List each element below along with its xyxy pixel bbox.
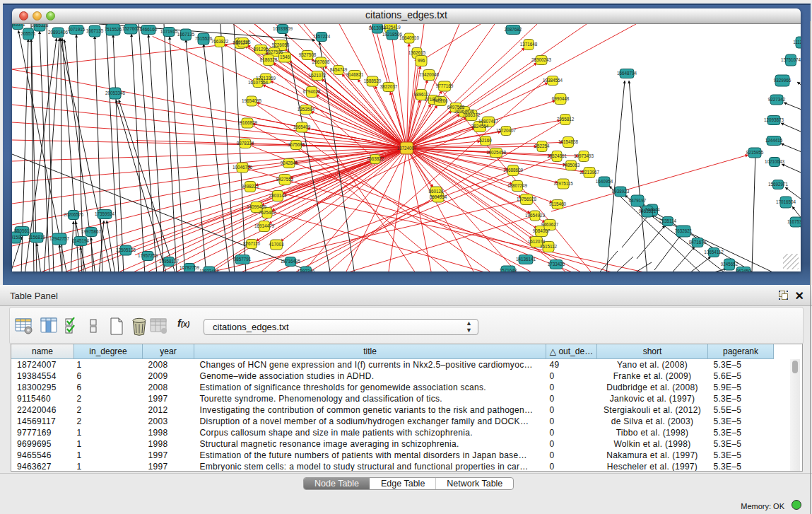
svg-text:16107554: 16107554 (248, 80, 269, 85)
svg-text:5226058: 5226058 (272, 42, 290, 47)
svg-text:16154838: 16154838 (558, 139, 579, 144)
svg-text:8613054: 8613054 (369, 25, 387, 30)
svg-text:7485063: 7485063 (563, 163, 580, 168)
svg-text:8938923: 8938923 (612, 189, 630, 194)
svg-text:7663822: 7663822 (211, 39, 229, 44)
svg-text:18724007: 18724007 (396, 146, 417, 151)
svg-text:10210643: 10210643 (765, 159, 785, 164)
svg-text:19756928: 19756928 (517, 197, 537, 201)
svg-text:16640910: 16640910 (399, 35, 420, 40)
svg-text:1353594: 1353594 (298, 107, 315, 112)
svg-text:19166829: 19166829 (237, 120, 258, 125)
svg-text:12975115: 12975115 (553, 181, 573, 186)
svg-text:8427552: 8427552 (276, 177, 294, 182)
svg-text:16914479: 16914479 (254, 223, 275, 228)
svg-text:1571648: 1571648 (500, 268, 517, 271)
svg-text:12505135: 12505135 (116, 247, 136, 252)
svg-text:417003: 417003 (269, 242, 284, 247)
svg-text:6479197: 6479197 (629, 198, 647, 203)
svg-text:3675685: 3675685 (288, 142, 305, 147)
svg-text:860124: 860124 (428, 189, 444, 194)
svg-text:10973493: 10973493 (574, 153, 594, 158)
svg-text:9498222: 9498222 (242, 184, 259, 189)
svg-text:20891406: 20891406 (48, 30, 69, 35)
svg-text:19654095: 19654095 (242, 98, 262, 103)
svg-text:23420046: 23420046 (419, 72, 440, 77)
svg-text:7515526: 7515526 (195, 36, 213, 41)
svg-text:8878334: 8878334 (237, 141, 254, 146)
svg-text:7663822: 7663822 (367, 156, 384, 161)
svg-text:9245652: 9245652 (721, 262, 739, 267)
svg-text:7515526: 7515526 (105, 27, 122, 32)
svg-text:15751074: 15751074 (781, 57, 801, 62)
svg-text:8471676: 8471676 (689, 240, 707, 245)
svg-text:8454749: 8454749 (330, 67, 348, 72)
svg-text:1071915: 1071915 (160, 29, 178, 34)
svg-text:28300243: 28300243 (531, 57, 552, 62)
svg-text:14099489: 14099489 (247, 204, 267, 209)
svg-text:1667135: 1667135 (86, 28, 104, 33)
svg-text:16782759: 16782759 (180, 265, 200, 270)
svg-text:2967608: 2967608 (312, 59, 330, 64)
svg-text:8604954: 8604954 (430, 194, 447, 199)
svg-text:14136141: 14136141 (516, 257, 536, 262)
svg-text:9084067: 9084067 (533, 228, 551, 233)
svg-text:746266: 746266 (433, 98, 448, 103)
svg-text:16648794: 16648794 (617, 71, 637, 76)
svg-text:1612074: 1612074 (528, 239, 546, 244)
svg-text:1112541: 1112541 (793, 40, 801, 45)
svg-text:62160: 62160 (479, 138, 492, 143)
svg-text:9463521: 9463521 (639, 209, 657, 214)
svg-text:6990448: 6990448 (552, 96, 570, 101)
svg-text:17359924: 17359924 (95, 211, 115, 216)
svg-text:12213967: 12213967 (579, 170, 600, 175)
svg-text:12942757: 12942757 (49, 236, 70, 241)
svg-text:252254: 252254 (534, 144, 550, 148)
svg-text:1292346: 1292346 (298, 269, 315, 271)
svg-text:1615112: 1615112 (540, 244, 558, 249)
svg-text:19654923: 19654923 (525, 213, 546, 218)
svg-text:20206576: 20206576 (64, 212, 84, 217)
svg-text:9146821: 9146821 (346, 72, 364, 77)
svg-text:9777169: 9777169 (436, 83, 454, 88)
svg-text:16033809: 16033809 (273, 26, 293, 31)
svg-text:17016504: 17016504 (776, 199, 796, 204)
svg-text:10046756: 10046756 (233, 165, 253, 170)
svg-text:9327505: 9327505 (266, 49, 283, 54)
svg-text:1244415: 1244415 (765, 138, 783, 143)
svg-text:391590: 391590 (12, 235, 23, 240)
svg-text:2935114: 2935114 (659, 218, 677, 223)
svg-text:10688609: 10688609 (503, 168, 524, 173)
svg-text:3822037: 3822037 (380, 84, 398, 89)
svg-text:8215955: 8215955 (746, 150, 764, 155)
svg-text:7386372: 7386372 (463, 112, 481, 117)
svg-text:1156819: 1156819 (28, 235, 46, 240)
svg-text:6466160: 6466160 (140, 27, 158, 32)
svg-text:1965409: 1965409 (293, 124, 311, 129)
svg-text:9327508: 9327508 (299, 52, 317, 57)
svg-text:18807249: 18807249 (507, 183, 528, 188)
svg-text:1733426: 1733426 (548, 262, 565, 267)
svg-text:1588520: 1588520 (364, 78, 382, 83)
svg-text:7357224: 7357224 (313, 34, 331, 39)
svg-text:10654112: 10654112 (704, 250, 724, 255)
svg-text:19384554: 19384554 (543, 78, 563, 83)
svg-text:9227342: 9227342 (768, 97, 786, 102)
svg-text:1362615: 1362615 (408, 50, 426, 55)
svg-text:15720407: 15720407 (496, 128, 517, 133)
svg-text:2087682: 2087682 (505, 27, 522, 32)
svg-text:8186328: 8186328 (260, 57, 278, 62)
svg-text:12093873: 12093873 (764, 117, 784, 122)
svg-text:1071915: 1071915 (68, 27, 86, 32)
svg-text:3824554: 3824554 (471, 124, 489, 129)
svg-text:989612: 989612 (413, 92, 429, 97)
svg-text:195571: 195571 (12, 24, 25, 27)
svg-text:1065328: 1065328 (31, 24, 49, 28)
svg-text:19218506: 19218506 (382, 32, 403, 37)
svg-text:205571: 205571 (20, 31, 36, 36)
svg-text:7625402: 7625402 (259, 210, 276, 215)
svg-text:1667135: 1667135 (177, 32, 195, 37)
svg-text:962450: 962450 (736, 269, 751, 271)
svg-text:18524861: 18524861 (547, 153, 567, 158)
svg-text:1546: 1546 (280, 54, 290, 59)
